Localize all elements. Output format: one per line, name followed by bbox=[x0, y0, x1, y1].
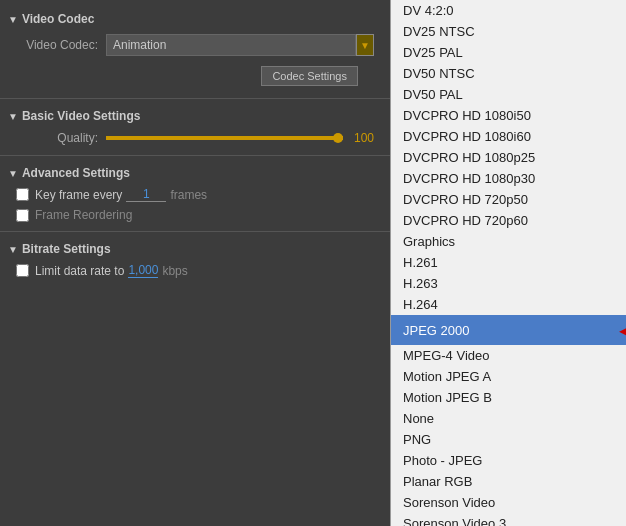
list-item[interactable]: Sorenson Video bbox=[391, 492, 626, 513]
divider-2 bbox=[0, 155, 390, 156]
basic-video-arrow: ▼ bbox=[8, 111, 18, 122]
quality-label: Quality: bbox=[16, 131, 106, 145]
advanced-settings-label: Advanced Settings bbox=[22, 166, 130, 180]
left-panel: ▼ Video Codec Video Codec: Animation ▼ C… bbox=[0, 0, 390, 526]
advanced-arrow: ▼ bbox=[8, 168, 18, 179]
list-item[interactable]: Photo - JPEG bbox=[391, 450, 626, 471]
frame-reordering-checkbox[interactable] bbox=[16, 209, 29, 222]
list-item[interactable]: PNG bbox=[391, 429, 626, 450]
codec-list-panel: DV 4:2:0DV25 NTSCDV25 PALDV50 NTSCDV50 P… bbox=[390, 0, 626, 526]
list-item-label: JPEG 2000 bbox=[403, 323, 470, 338]
limit-rate-row: Limit data rate to 1,000 kbps bbox=[0, 260, 390, 281]
selected-arrow-icon: ◀◀◀ bbox=[615, 318, 626, 342]
bitrate-settings-label: Bitrate Settings bbox=[22, 242, 111, 256]
divider-3 bbox=[0, 231, 390, 232]
codec-settings-button[interactable]: Codec Settings bbox=[261, 66, 358, 86]
video-codec-section-label: Video Codec bbox=[22, 12, 94, 26]
list-item[interactable]: None bbox=[391, 408, 626, 429]
quality-row: Quality: 100 bbox=[0, 127, 390, 149]
list-item[interactable]: DVCPRO HD 1080i50 bbox=[391, 105, 626, 126]
codec-dropdown[interactable]: Animation bbox=[106, 34, 356, 56]
list-item[interactable]: Graphics bbox=[391, 231, 626, 252]
list-item[interactable]: Motion JPEG B bbox=[391, 387, 626, 408]
list-item[interactable]: Sorenson Video 3 bbox=[391, 513, 626, 526]
video-codec-arrow: ▼ bbox=[8, 14, 18, 25]
bitrate-settings-header: ▼ Bitrate Settings bbox=[0, 238, 390, 260]
list-item[interactable]: DV50 NTSC bbox=[391, 63, 626, 84]
frame-reordering-label: Frame Reordering bbox=[35, 208, 132, 222]
basic-video-settings-header: ▼ Basic Video Settings bbox=[0, 105, 390, 127]
list-item[interactable]: DVCPRO HD 1080i60 bbox=[391, 126, 626, 147]
list-item[interactable]: Planar RGB bbox=[391, 471, 626, 492]
keyframe-unit: frames bbox=[170, 188, 207, 202]
frame-reordering-row: Frame Reordering bbox=[0, 205, 390, 225]
codec-field-row: Video Codec: Animation ▼ bbox=[0, 30, 390, 60]
limit-rate-checkbox[interactable] bbox=[16, 264, 29, 277]
list-item[interactable]: MPEG-4 Video bbox=[391, 345, 626, 366]
video-codec-section-header: ▼ Video Codec bbox=[0, 8, 390, 30]
keyframe-row: Key frame every frames bbox=[0, 184, 390, 205]
codec-field-label: Video Codec: bbox=[16, 38, 106, 52]
keyframe-label: Key frame every bbox=[35, 188, 122, 202]
list-item[interactable]: DVCPRO HD 1080p25 bbox=[391, 147, 626, 168]
list-item[interactable]: DVCPRO HD 1080p30 bbox=[391, 168, 626, 189]
keyframe-value-input[interactable] bbox=[126, 187, 166, 202]
list-item[interactable]: H.261 bbox=[391, 252, 626, 273]
list-item[interactable]: DV25 NTSC bbox=[391, 21, 626, 42]
limit-rate-value: 1,000 bbox=[128, 263, 158, 278]
list-item[interactable]: DV25 PAL bbox=[391, 42, 626, 63]
list-item[interactable]: DV50 PAL bbox=[391, 84, 626, 105]
advanced-settings-header: ▼ Advanced Settings bbox=[0, 162, 390, 184]
divider-1 bbox=[0, 98, 390, 99]
limit-rate-label: Limit data rate to bbox=[35, 264, 124, 278]
list-item[interactable]: JPEG 2000◀◀◀ bbox=[391, 315, 626, 345]
keyframe-checkbox[interactable] bbox=[16, 188, 29, 201]
list-item[interactable]: H.264 bbox=[391, 294, 626, 315]
quality-slider[interactable] bbox=[106, 136, 343, 140]
bitrate-arrow: ▼ bbox=[8, 244, 18, 255]
quality-value: 100 bbox=[349, 131, 374, 145]
basic-video-label: Basic Video Settings bbox=[22, 109, 140, 123]
list-item[interactable]: Motion JPEG A bbox=[391, 366, 626, 387]
list-item[interactable]: DVCPRO HD 720p50 bbox=[391, 189, 626, 210]
quality-slider-container: 100 bbox=[106, 131, 374, 145]
list-item[interactable]: H.263 bbox=[391, 273, 626, 294]
list-item[interactable]: DV 4:2:0 bbox=[391, 0, 626, 21]
codec-dropdown-arrow[interactable]: ▼ bbox=[356, 34, 374, 56]
list-item[interactable]: DVCPRO HD 720p60 bbox=[391, 210, 626, 231]
limit-rate-unit: kbps bbox=[162, 264, 187, 278]
codec-dropdown-wrapper: Animation ▼ bbox=[106, 34, 374, 56]
